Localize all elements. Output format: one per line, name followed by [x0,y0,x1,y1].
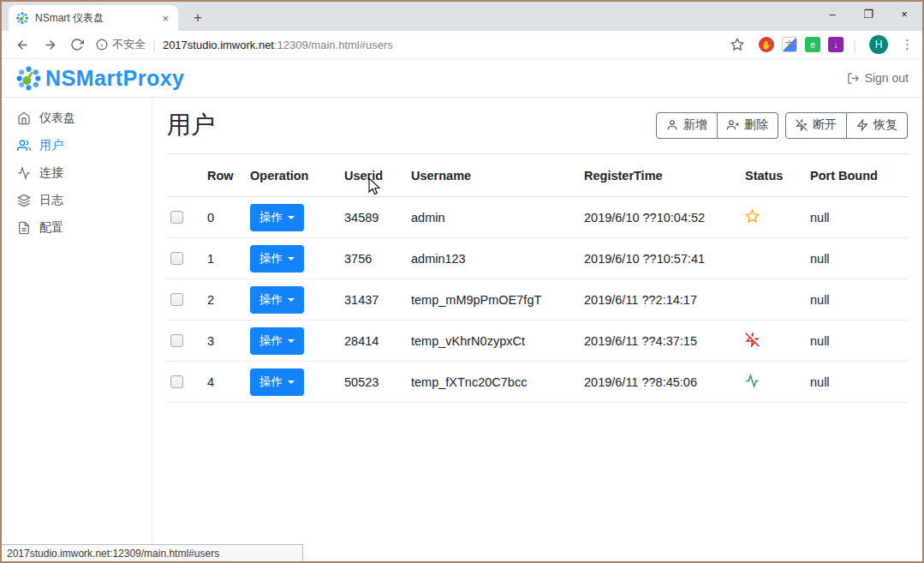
status-cell [742,279,807,320]
tab-close-icon[interactable]: × [159,12,171,25]
add-user-button[interactable]: 新增 [656,112,718,139]
users-icon [17,139,31,153]
tab-title: NSmart 仪表盘 [35,11,153,26]
sidebar: 仪表盘 用户 连接 日志 配置 [2,98,152,561]
url-separator: | [152,38,156,52]
username-cell: temp_fXTnc20C7bcc [408,362,581,403]
sidebar-item-users[interactable]: 用户 [2,132,152,159]
delete-user-button[interactable]: 删除 [718,112,778,139]
userid-cell: 31437 [341,279,408,320]
operation-dropdown-button[interactable]: 操作 [250,327,304,355]
col-username: Username [408,154,581,197]
browser-tab[interactable]: NSmart 仪表盘 × [9,5,178,31]
userid-cell: 34589 [341,197,408,238]
row-index: 0 [204,197,247,238]
portbound-cell: null [807,238,908,279]
add-user-label: 新增 [683,117,707,133]
sidebar-item-config[interactable]: 配置 [2,214,152,242]
registertime-cell: 2019/6/11 ??4:37:15 [581,320,742,362]
sidebar-item-dashboard[interactable]: 仪表盘 [2,105,152,132]
row-checkbox[interactable] [170,252,183,265]
operation-dropdown-button[interactable]: 操作 [250,245,304,273]
idm-extension-icon[interactable]: ↓ [828,37,844,52]
registertime-cell: 2019/6/10 ??10:57:41 [581,238,742,279]
status-cell [742,362,807,403]
evernote-extension-icon[interactable]: e [805,37,820,52]
operation-dropdown-button[interactable]: 操作 [250,368,304,396]
delete-user-label: 删除 [744,117,768,133]
chevron-down-icon [288,216,295,219]
extension-icons: ✋ 文 e ↓ | H ⋮ [724,33,915,56]
maximize-button[interactable]: ❐ [850,2,886,27]
browser-menu-icon[interactable]: ⋮ [901,37,914,52]
chevron-down-icon [288,339,295,343]
col-operation: Operation [247,154,341,197]
row-index: 3 [204,320,247,362]
layers-icon [17,194,31,207]
status-cell [742,238,807,279]
row-checkbox[interactable] [170,211,183,224]
col-row: Row [204,154,247,197]
row-checkbox[interactable] [170,375,183,388]
profile-avatar[interactable]: H [869,35,888,54]
username-cell: temp_vKhrN0zypxCt [408,320,581,362]
restore-label: 恢复 [873,117,897,133]
chevron-down-icon [288,257,295,261]
star-icon [745,209,760,224]
row-checkbox[interactable] [170,293,183,306]
adblock-extension-icon[interactable]: ✋ [759,37,774,52]
disconnect-button[interactable]: 断开 [785,112,847,139]
url-bar[interactable]: 不安全 | 2017studio.imwork.net:12309/main.h… [96,37,718,52]
close-button[interactable]: × [886,2,922,27]
table-row: 1 操作 3756 admin123 2019/6/10 ??10:57:41 … [167,238,908,279]
status-cell [742,197,807,238]
users-table: Row Operation Userid Username RegisterTi… [167,153,908,403]
zap-off-icon [796,119,808,131]
table-row: 3 操作 28414 temp_vKhrN0zypxCt 2019/6/11 ?… [167,320,908,362]
registertime-cell: 2019/6/10 ??10:04:52 [581,197,742,238]
operation-dropdown-button[interactable]: 操作 [250,286,304,314]
gear-logo-icon [15,65,42,92]
browser-toolbar: 不安全 | 2017studio.imwork.net:12309/main.h… [2,31,922,59]
operation-label: 操作 [259,251,283,267]
table-row: 2 操作 31437 temp_mM9pPmOE7fgT 2019/6/11 ?… [167,279,908,320]
sidebar-item-connections[interactable]: 连接 [2,159,152,187]
page-title: 用户 [167,109,215,141]
minimize-button[interactable]: – [814,2,850,27]
operation-dropdown-button[interactable]: 操作 [250,204,304,231]
sidebar-item-label: 日志 [39,193,63,208]
operation-label: 操作 [259,333,283,349]
select-all-header [167,154,204,197]
chevron-down-icon [288,298,295,302]
username-cell: admin [408,197,581,238]
info-icon [96,39,108,51]
status-cell [742,320,807,362]
registertime-cell: 2019/6/11 ??2:14:17 [581,279,742,320]
sidebar-item-logs[interactable]: 日志 [2,187,152,214]
activity-icon [17,166,31,180]
translate-extension-icon[interactable]: 文 [782,37,797,52]
bookmark-star-icon[interactable] [726,33,748,56]
favicon-gear-logo-icon [15,11,29,25]
tab-strip: NSmart 仪表盘 × + – ❐ × [2,2,922,31]
brand-logo: NSMartProxy [15,65,185,92]
table-row: 0 操作 34589 admin 2019/6/10 ??10:04:52 nu… [167,197,908,238]
sidebar-item-label: 配置 [39,220,63,236]
col-status: Status [742,154,807,197]
brand-name: NSMartProxy [45,66,185,91]
operation-label: 操作 [259,374,283,390]
restore-button[interactable]: 恢复 [847,112,908,139]
reload-icon[interactable] [66,33,88,56]
new-tab-button[interactable]: + [187,9,209,27]
back-icon[interactable] [11,33,33,56]
row-index: 1 [204,238,247,279]
security-label: 不安全 [112,37,146,52]
forward-icon[interactable] [39,33,61,56]
userid-cell: 3756 [341,238,408,279]
security-chip[interactable]: 不安全 [96,37,146,52]
url-path: :12309/main.html#users [274,39,393,51]
row-checkbox[interactable] [170,334,183,347]
row-index: 2 [204,279,247,320]
sidebar-item-label: 仪表盘 [39,111,75,126]
sign-out-button[interactable]: Sign out [847,71,909,85]
